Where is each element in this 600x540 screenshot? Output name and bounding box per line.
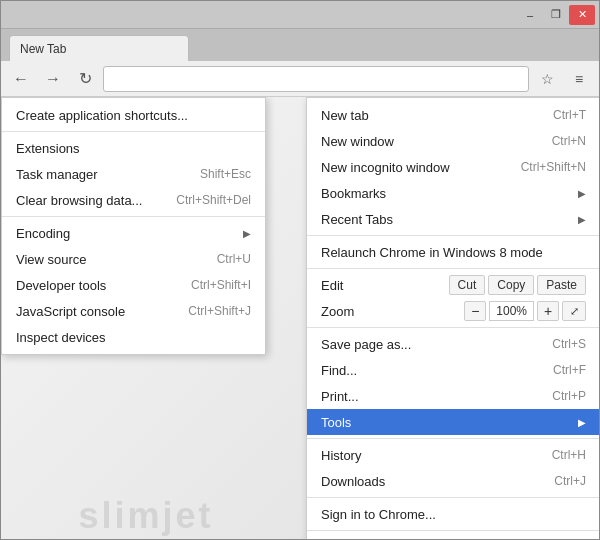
submenu-js-console[interactable]: JavaScript console Ctrl+Shift+J: [2, 298, 265, 324]
submenu-inspect-devices[interactable]: Inspect devices: [2, 324, 265, 350]
menu-new-incognito[interactable]: New incognito window Ctrl+Shift+N: [307, 154, 600, 180]
menu-recent-tabs[interactable]: Recent Tabs ▶: [307, 206, 600, 232]
zoom-out-button[interactable]: −: [464, 301, 486, 321]
tab-label: New Tab: [20, 42, 66, 56]
submenu-separator-2: [2, 216, 265, 217]
menu-edit-row: Edit Cut Copy Paste: [307, 272, 600, 298]
toolbar: ← → ↻ ☆ ≡: [1, 61, 599, 97]
refresh-button[interactable]: ↻: [71, 65, 99, 93]
menu-relaunch-win8[interactable]: Relaunch Chrome in Windows 8 mode: [307, 239, 600, 265]
browser-window: – ❐ ✕ New Tab ← → ↻ ☆ ≡ 🔍 ♥ 📶 atrt -- sl…: [0, 0, 600, 540]
title-bar: – ❐ ✕: [1, 1, 599, 29]
active-tab[interactable]: New Tab: [9, 35, 189, 61]
submenu-encoding-arrow: ▶: [243, 228, 251, 239]
submenu-create-shortcuts[interactable]: Create application shortcuts...: [2, 102, 265, 128]
menu-zoom-row: Zoom − 100% + ⤢: [307, 298, 600, 324]
address-bar[interactable]: [103, 66, 529, 92]
submenu-clear-browsing[interactable]: Clear browsing data... Ctrl+Shift+Del: [2, 187, 265, 213]
menu-sep-3: [307, 327, 600, 328]
menu-sign-in[interactable]: Sign in to Chrome...: [307, 501, 600, 527]
submenu-developer-tools[interactable]: Developer tools Ctrl+Shift+I: [2, 272, 265, 298]
menu-sep-4: [307, 438, 600, 439]
menu-downloads[interactable]: Downloads Ctrl+J: [307, 468, 600, 494]
watermark-text: slimjet: [78, 495, 213, 537]
menu-sep-5: [307, 497, 600, 498]
page-content: 🔍 ♥ 📶 atrt -- slimjet Create application…: [1, 97, 600, 540]
back-button[interactable]: ←: [7, 65, 35, 93]
copy-button[interactable]: Copy: [488, 275, 534, 295]
cut-button[interactable]: Cut: [449, 275, 486, 295]
menu-settings[interactable]: Settings: [307, 534, 600, 540]
minimize-button[interactable]: –: [517, 5, 543, 25]
edit-buttons-group: Cut Copy Paste: [449, 275, 586, 295]
menu-new-window[interactable]: New window Ctrl+N: [307, 128, 600, 154]
menu-new-tab[interactable]: New tab Ctrl+T: [307, 102, 600, 128]
star-button[interactable]: ☆: [533, 65, 561, 93]
zoom-in-button[interactable]: +: [537, 301, 559, 321]
bookmarks-arrow: ▶: [578, 188, 586, 199]
menu-sep-6: [307, 530, 600, 531]
tools-submenu: Create application shortcuts... Extensio…: [1, 97, 266, 355]
recent-tabs-arrow: ▶: [578, 214, 586, 225]
tools-arrow: ▶: [578, 417, 586, 428]
zoom-fullscreen-button[interactable]: ⤢: [562, 301, 586, 321]
submenu-extensions[interactable]: Extensions: [2, 135, 265, 161]
menu-history[interactable]: History Ctrl+H: [307, 442, 600, 468]
submenu-encoding[interactable]: Encoding ▶: [2, 220, 265, 246]
menu-print[interactable]: Print... Ctrl+P: [307, 383, 600, 409]
menu-tools[interactable]: Tools ▶: [307, 409, 600, 435]
zoom-controls: − 100% + ⤢: [464, 301, 586, 321]
menu-save-page[interactable]: Save page as... Ctrl+S: [307, 331, 600, 357]
menu-button[interactable]: ≡: [565, 65, 593, 93]
menu-sep-2: [307, 268, 600, 269]
zoom-value-display: 100%: [489, 301, 534, 321]
menu-find[interactable]: Find... Ctrl+F: [307, 357, 600, 383]
submenu-view-source[interactable]: View source Ctrl+U: [2, 246, 265, 272]
watermark: slimjet: [1, 491, 291, 540]
tab-bar: New Tab: [1, 29, 599, 61]
submenu-separator-1: [2, 131, 265, 132]
main-menu: New tab Ctrl+T New window Ctrl+N New inc…: [306, 97, 600, 540]
forward-button[interactable]: →: [39, 65, 67, 93]
menu-bookmarks[interactable]: Bookmarks ▶: [307, 180, 600, 206]
close-button[interactable]: ✕: [569, 5, 595, 25]
submenu-task-manager[interactable]: Task manager Shift+Esc: [2, 161, 265, 187]
paste-button[interactable]: Paste: [537, 275, 586, 295]
maximize-button[interactable]: ❐: [543, 5, 569, 25]
menu-sep-1: [307, 235, 600, 236]
